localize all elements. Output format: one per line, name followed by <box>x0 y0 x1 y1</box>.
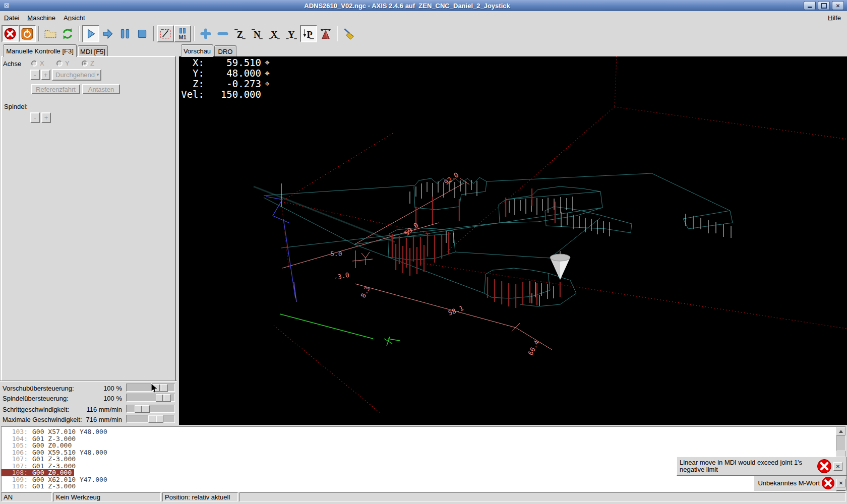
notification-close-button[interactable]: ✕ <box>833 462 842 471</box>
zoom-in-button[interactable] <box>197 25 214 42</box>
machine-power-button[interactable] <box>19 25 36 42</box>
max-speed-row: Maximale Geschwindigkeit: 716 mm/min <box>0 415 177 424</box>
jog-mode-select[interactable]: Durchgehend ▼ <box>52 69 101 81</box>
minimize-button[interactable] <box>804 1 816 10</box>
open-file-button[interactable] <box>42 25 59 42</box>
gcode-line[interactable]: 105:G00 Z0.000 <box>2 442 845 449</box>
gcode-line[interactable]: 104:G01 Z-3.000 <box>2 435 845 443</box>
broom-icon <box>342 27 355 40</box>
home-axis-button[interactable]: Referenzfahrt <box>31 84 80 94</box>
skip-lines-icon <box>159 27 172 40</box>
spindle-plus-button[interactable]: + <box>41 112 51 123</box>
svg-text:92.0: 92.0 <box>443 171 460 186</box>
axis-radio-x[interactable]: X <box>31 59 44 67</box>
zoom-in-icon <box>199 27 212 40</box>
axis-window: ⊠ ADNS2610_V02.ngc - AXIS 2.4.6 auf ZEN_… <box>0 0 847 504</box>
divider <box>0 381 177 382</box>
window-title: ADNS2610_V02.ngc - AXIS 2.4.6 auf ZEN_CN… <box>11 2 804 10</box>
step-button[interactable] <box>99 25 116 42</box>
jog-minus-button[interactable]: - <box>30 70 40 80</box>
jog-plus-button[interactable]: + <box>41 70 50 80</box>
menu-hilfe[interactable]: Hilfe <box>824 13 845 23</box>
homed-icon: ⌖ <box>261 79 273 89</box>
machine-limit-lines <box>274 56 847 413</box>
status-filler-cell <box>239 492 846 501</box>
view-perspective-button[interactable]: P <box>300 25 317 42</box>
max-speed-slider[interactable] <box>126 415 175 423</box>
spindle-minus-button[interactable]: - <box>30 112 40 123</box>
menu-maschine[interactable]: Maschine <box>23 13 59 23</box>
chevron-down-icon: ▼ <box>95 70 100 80</box>
axis-radio-z[interactable]: Z <box>82 59 94 67</box>
gcode-line[interactable]: 103:G00 X57.010 Y48.000 <box>2 428 845 435</box>
slider-thumb[interactable] <box>148 415 163 423</box>
m1-pause-icon: M1 <box>176 27 189 40</box>
zoom-out-button[interactable] <box>214 25 231 42</box>
reload-button[interactable] <box>59 25 76 42</box>
notification-text: Unbekanntes M-Wort <box>754 480 820 487</box>
skip-lines-toggle[interactable] <box>157 25 174 42</box>
folder-icon <box>44 27 57 40</box>
tab-manuelle-kontrolle[interactable]: Manuelle Kontrolle [F3] <box>3 44 77 57</box>
tab-mdi[interactable]: MDI [F5] <box>78 45 108 57</box>
svg-text:M1: M1 <box>178 34 186 40</box>
tab-vorschau[interactable]: Vorschau <box>181 44 213 57</box>
window-icon: ⊠ <box>3 2 11 10</box>
estop-button[interactable] <box>2 25 19 42</box>
status-bar: AN Kein Werkzeug Position: relativ aktue… <box>0 492 847 502</box>
pause-button[interactable] <box>116 25 134 42</box>
svg-text:-3.0: -3.0 <box>333 271 350 282</box>
preview-canvas[interactable]: 92.0 59.0 5.0 -3.0 8.3 58.1 66.4 X: 59.5… <box>179 56 847 425</box>
close-button[interactable]: ✕ <box>832 1 844 10</box>
dro-vel-row: Vel: 150.000 <box>181 89 273 100</box>
gcode-line[interactable]: 110:G01 Z-3.000 <box>2 483 845 490</box>
view-x-icon: X <box>268 27 281 40</box>
position-mode-cell: Position: relativ aktuell <box>162 492 238 501</box>
notification-limit-error: Linear move in MDI would exceed joint 1'… <box>677 457 847 476</box>
menu-ansicht[interactable]: Ansicht <box>59 13 89 23</box>
slider-thumb[interactable] <box>135 405 150 413</box>
optional-stop-m1-toggle[interactable]: M1 <box>174 25 191 42</box>
stop-button[interactable] <box>134 25 151 42</box>
view-z-button[interactable]: Z <box>231 25 249 42</box>
toolbar-separator <box>79 26 80 41</box>
rotate-view-button[interactable] <box>317 25 334 42</box>
gcode-line[interactable]: 109:G00 X62.010 Y47.000 <box>2 476 845 483</box>
mouse-cursor <box>151 383 159 394</box>
view-z2-button[interactable]: N <box>249 25 266 42</box>
homed-icon: ⌖ <box>261 57 273 68</box>
jog-speed-slider[interactable] <box>126 405 175 413</box>
stop-icon <box>136 27 149 40</box>
maximize-button[interactable] <box>818 1 830 10</box>
titlebar[interactable]: ⊠ ADNS2610_V02.ngc - AXIS 2.4.6 auf ZEN_… <box>0 0 847 11</box>
notification-close-button[interactable]: ✕ <box>836 479 845 487</box>
view-y-button[interactable]: Y <box>283 25 300 42</box>
error-icon <box>817 459 832 474</box>
tab-dro[interactable]: DRO <box>214 45 236 57</box>
menu-datei[interactable]: Datei <box>0 13 23 23</box>
feed-override-value: 100 % <box>0 385 122 392</box>
slider-thumb[interactable] <box>156 394 171 402</box>
gcode-line[interactable]: 106:G00 X59.510 Y48.000 <box>2 449 845 456</box>
gcode-line-active[interactable]: 108:G00 Z0.000 <box>2 469 74 476</box>
machine-state-cell: AN <box>1 492 52 501</box>
axis-origin-lines <box>280 314 400 346</box>
clear-plot-button[interactable] <box>340 25 357 42</box>
spindle-override-slider[interactable] <box>126 394 175 402</box>
notification-mword-error: Unbekanntes M-Wort ✕ <box>754 476 847 490</box>
preview-plot: 92.0 59.0 5.0 -3.0 8.3 58.1 66.4 <box>179 56 847 425</box>
axis-radio-y[interactable]: Y <box>56 59 70 67</box>
tool-cone <box>550 254 570 280</box>
scrollbar-up-arrow[interactable] <box>836 427 845 435</box>
svg-text:P: P <box>307 30 313 40</box>
notification-text: Linear move in MDI would exceed joint 1'… <box>677 459 817 473</box>
spindle-override-row: Spindelübersteuerung: 100 % <box>0 394 177 403</box>
run-program-button[interactable] <box>82 25 99 42</box>
homed-icon: ⌖ <box>261 68 273 79</box>
probe-button[interactable]: Antasten <box>82 84 120 94</box>
svg-text:66.4: 66.4 <box>526 339 540 357</box>
run-icon <box>84 27 97 40</box>
svg-text:X: X <box>271 30 278 40</box>
view-x-button[interactable]: X <box>266 25 283 42</box>
dimension-labels: 92.0 59.0 5.0 -3.0 8.3 58.1 66.4 <box>330 171 540 356</box>
